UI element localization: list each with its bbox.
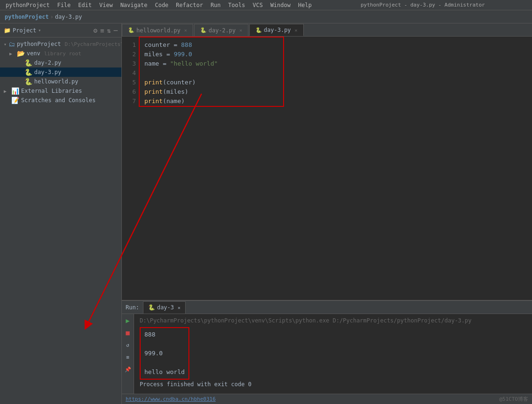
run-tabs: Run: 🐍 day-3 ✕ <box>122 301 532 314</box>
run-output-wrapper: D:\PycharmProjects\pythonProject\venv\Sc… <box>134 314 532 394</box>
tree-label-extlib: External Libraries <box>21 88 82 94</box>
run-output: D:\PycharmProjects\pythonProject\venv\Sc… <box>134 314 532 394</box>
python-tab-icon: 🐍 <box>255 27 262 33</box>
library-icon: 📊 <box>11 87 19 95</box>
arrow-icon: ▶ <box>4 89 9 94</box>
project-icon: 🗂 <box>8 40 15 48</box>
menu-app[interactable]: pythonProject <box>2 0 53 10</box>
code-line-2: miles = 999.0 <box>144 50 532 59</box>
python-icon: 🐍 <box>24 68 32 76</box>
tree-item-scratches[interactable]: 📝 Scratches and Consoles <box>0 96 121 105</box>
tree-item-project[interactable]: ▾ 🗂 pythonProject D:\PycharmProjects\pyt… <box>0 39 121 49</box>
menu-vcs[interactable]: VCS <box>249 0 267 10</box>
code-line-5: print(counter) <box>144 78 532 87</box>
run-more-button[interactable]: ≡ <box>123 352 133 362</box>
bottom-bar: https://www.cndba.cn/hbhe0316 @51CTO博客 <box>122 394 532 404</box>
python-run-icon: 🐍 <box>148 304 155 311</box>
line-num-6: 6 <box>122 87 136 97</box>
sidebar-title: 📁 Project ▾ <box>4 27 41 34</box>
run-rerun-button[interactable]: ↺ <box>123 340 133 350</box>
sidebar: 📁 Project ▾ ⚙ ≡ ⇅ ─ ▾ 🗂 pythonProject D:… <box>0 23 122 404</box>
python-tab-icon: 🐍 <box>128 27 135 33</box>
run-label: Run: <box>126 304 139 311</box>
tab-close-icon[interactable]: ✕ <box>295 28 298 33</box>
tree-item-day2[interactable]: 🐍 day-2.py <box>0 58 121 67</box>
run-tab-close-icon[interactable]: ✕ <box>178 305 180 310</box>
code-line-6: print(miles) <box>144 87 532 97</box>
settings-icon[interactable]: ⚙ <box>93 27 97 34</box>
menu-file[interactable]: File <box>53 0 75 10</box>
tab-close-icon[interactable]: ✕ <box>184 28 187 33</box>
output-line-3: hello world <box>144 367 185 377</box>
breadcrumb-project[interactable]: pythonProject <box>5 14 49 20</box>
tree-item-hello[interactable]: 🐍 helloworld.py <box>0 77 121 86</box>
code-content[interactable]: counter = 888 miles = 999.0 name = "hell… <box>141 40 532 296</box>
output-highlight-box: 888 999.0 hello world <box>140 327 189 380</box>
tree-label-day3: day-3.py <box>34 69 61 75</box>
tree-label-hello: helloworld.py <box>34 78 78 85</box>
run-panel: Run: 🐍 day-3 ✕ ▶ ■ ↺ ≡ 📌 D:\PycharmP <box>122 300 532 394</box>
dropdown-icon: ▾ <box>38 28 41 33</box>
sidebar-header: 📁 Project ▾ ⚙ ≡ ⇅ ─ <box>0 23 121 37</box>
tree-item-venv[interactable]: ▶ 📂 venv library root <box>0 49 121 58</box>
menu-edit[interactable]: Edit <box>75 0 96 10</box>
close-sidebar-icon[interactable]: ─ <box>114 27 118 34</box>
tree-item-day3[interactable]: 🐍 day-3.py <box>0 67 121 77</box>
arrow-icon: ▾ <box>4 42 7 47</box>
run-finish: Process finished with exit code 0 <box>140 380 526 389</box>
menu-navigate[interactable]: Navigate <box>117 0 151 10</box>
code-editor[interactable]: 1 2 3 4 5 6 7 counter = 888 miles = 999.… <box>122 37 532 300</box>
python-icon: 🐍 <box>24 59 32 67</box>
tree-label-venv: venv <box>27 50 40 57</box>
tree-sublabel-project: D:\PycharmProjects\pythonProject <box>65 41 121 47</box>
menu-refactor[interactable]: Refactor <box>172 0 207 10</box>
run-tab-day3[interactable]: 🐍 day-3 ✕ <box>143 301 186 314</box>
line-num-3: 3 <box>122 59 136 68</box>
tree-label-project: pythonProject <box>17 41 61 47</box>
menubar: pythonProject File Edit View Navigate Co… <box>0 0 532 10</box>
tree-item-extlib[interactable]: ▶ 📊 External Libraries <box>0 86 121 96</box>
run-content: ▶ ■ ↺ ≡ 📌 D:\PycharmProjects\pythonProje… <box>122 314 532 394</box>
tab-day3[interactable]: 🐍 day-3.py ✕ <box>249 24 304 36</box>
code-line-3: name = "hello world" <box>144 59 532 68</box>
line-num-4: 4 <box>122 68 136 78</box>
menu-run[interactable]: Run <box>207 0 225 10</box>
line-num-2: 2 <box>122 50 136 59</box>
window-title: pythonProject - day-3.py - Administrator <box>357 0 489 10</box>
menu-view[interactable]: View <box>96 0 117 10</box>
code-line-4 <box>144 68 532 78</box>
python-tab-icon: 🐍 <box>200 27 207 33</box>
watermark: @51CTO博客 <box>499 396 528 403</box>
tab-close-icon[interactable]: ✕ <box>240 28 242 33</box>
expand-all-icon[interactable]: ≡ <box>100 27 104 34</box>
arrow-icon: ▶ <box>9 51 15 56</box>
main-layout: 📁 Project ▾ ⚙ ≡ ⇅ ─ ▾ 🗂 pythonProject D:… <box>0 23 532 404</box>
run-play-button[interactable]: ▶ <box>123 316 133 325</box>
bottom-url[interactable]: https://www.cndba.cn/hbhe0316 <box>126 396 216 402</box>
menu-window[interactable]: Window <box>267 0 294 10</box>
line-num-5: 5 <box>122 78 136 87</box>
breadcrumb: pythonProject › day-3.py <box>0 10 532 23</box>
folder-icon: 📂 <box>17 50 25 57</box>
menu-help[interactable]: Help <box>294 0 315 10</box>
scratch-icon: 📝 <box>11 97 19 104</box>
run-command: D:\PycharmProjects\pythonProject\venv\Sc… <box>140 316 526 325</box>
menu-tools[interactable]: Tools <box>225 0 249 10</box>
tab-helloworld[interactable]: 🐍 helloworld.py ✕ <box>122 24 193 36</box>
sidebar-tree: ▾ 🗂 pythonProject D:\PycharmProjects\pyt… <box>0 37 121 404</box>
tree-sublabel-venv: library root <box>44 51 81 57</box>
menu-code[interactable]: Code <box>151 0 172 10</box>
tree-label-scratches: Scratches and Consoles <box>21 97 96 104</box>
editor-tabs: 🐍 helloworld.py ✕ 🐍 day-2.py ✕ 🐍 day-3.p… <box>122 23 532 37</box>
breadcrumb-file[interactable]: day-3.py <box>55 14 82 20</box>
code-line-1: counter = 888 <box>144 40 532 50</box>
run-pin-button[interactable]: 📌 <box>123 365 133 374</box>
editor-wrapper: 🐍 helloworld.py ✕ 🐍 day-2.py ✕ 🐍 day-3.p… <box>122 23 532 404</box>
run-stop-button[interactable]: ■ <box>123 328 133 337</box>
output-line-2: 999.0 <box>144 349 185 358</box>
line-num-1: 1 <box>122 40 136 50</box>
breadcrumb-sep: › <box>50 14 53 20</box>
collapse-all-icon[interactable]: ⇅ <box>107 27 111 34</box>
line-numbers: 1 2 3 4 5 6 7 <box>122 40 141 296</box>
tab-day2[interactable]: 🐍 day-2.py ✕ <box>194 24 248 36</box>
